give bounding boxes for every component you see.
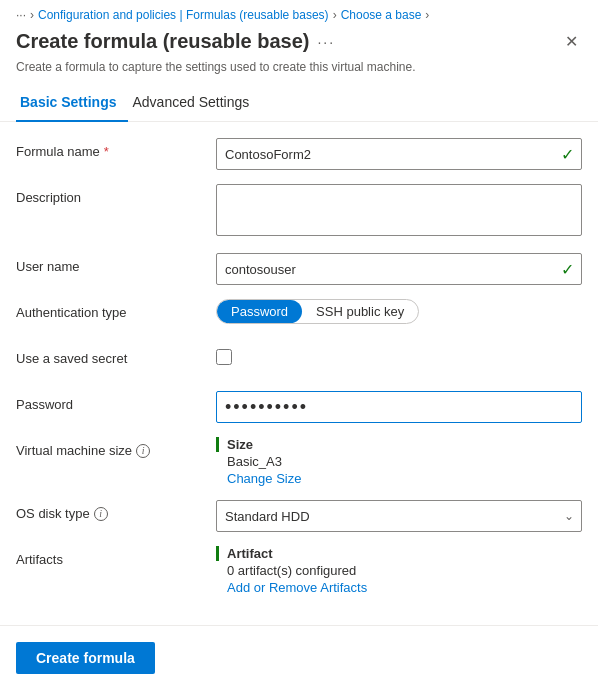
saved-secret-control xyxy=(216,345,582,365)
auth-type-control: Password SSH public key xyxy=(216,299,582,324)
artifacts-label: Artifacts xyxy=(16,546,216,567)
artifacts-link[interactable]: Add or Remove Artifacts xyxy=(216,580,582,595)
user-name-label: User name xyxy=(16,253,216,274)
auth-password-button[interactable]: Password xyxy=(217,300,302,323)
vm-size-change-link[interactable]: Change Size xyxy=(216,471,582,486)
formula-name-control: ✓ xyxy=(216,138,582,170)
auth-ssh-button[interactable]: SSH public key xyxy=(302,300,418,323)
artifacts-block: Artifact 0 artifact(s) configured Add or… xyxy=(216,546,582,595)
formula-name-check-icon: ✓ xyxy=(561,145,574,164)
user-name-control: ✓ xyxy=(216,253,582,285)
os-disk-type-select[interactable]: Standard HDD Premium SSD Standard SSD xyxy=(216,500,582,532)
vm-size-section-label: Size xyxy=(216,437,582,452)
required-indicator: * xyxy=(104,144,109,159)
breadcrumb: ··· › Configuration and policies | Formu… xyxy=(0,0,598,26)
artifacts-row: Artifacts Artifact 0 artifact(s) configu… xyxy=(16,546,582,595)
vm-size-block: Size Basic_A3 Change Size xyxy=(216,437,582,486)
page-title: Create formula (reusable base) xyxy=(16,30,309,53)
tab-advanced-settings[interactable]: Advanced Settings xyxy=(128,86,261,122)
saved-secret-label: Use a saved secret xyxy=(16,345,216,366)
os-disk-type-row: OS disk type i Standard HDD Premium SSD … xyxy=(16,500,582,532)
description-label: Description xyxy=(16,184,216,205)
form-body: Formula name * ✓ Description User name ✓ xyxy=(0,122,598,625)
breadcrumb-link-1[interactable]: Configuration and policies | Formulas (r… xyxy=(38,8,329,22)
create-formula-button[interactable]: Create formula xyxy=(16,642,155,674)
saved-secret-checkbox[interactable] xyxy=(216,349,232,365)
auth-type-toggle: Password SSH public key xyxy=(216,299,419,324)
page-header: Create formula (reusable base) ··· ✕ xyxy=(0,26,598,58)
tab-basic-settings[interactable]: Basic Settings xyxy=(16,86,128,122)
password-label: Password xyxy=(16,391,216,412)
header-left: Create formula (reusable base) ··· xyxy=(16,30,335,53)
description-control xyxy=(216,184,582,239)
auth-type-label: Authentication type xyxy=(16,299,216,320)
password-row: Password xyxy=(16,391,582,423)
breadcrumb-sep2: › xyxy=(333,8,337,22)
formula-name-label: Formula name * xyxy=(16,138,216,159)
saved-secret-row: Use a saved secret xyxy=(16,345,582,377)
tab-bar: Basic Settings Advanced Settings xyxy=(0,86,598,122)
form-footer: Create formula xyxy=(0,634,598,678)
formula-name-input[interactable] xyxy=(216,138,582,170)
breadcrumb-sep3: › xyxy=(425,8,429,22)
os-disk-type-label: OS disk type i xyxy=(16,500,216,521)
vm-size-info-icon[interactable]: i xyxy=(136,444,150,458)
description-row: Description xyxy=(16,184,582,239)
header-more-options[interactable]: ··· xyxy=(317,34,335,50)
password-input[interactable] xyxy=(216,391,582,423)
vm-size-value: Basic_A3 xyxy=(216,454,582,469)
os-disk-type-select-wrap: Standard HDD Premium SSD Standard SSD ⌄ xyxy=(216,500,582,532)
vm-size-control: Size Basic_A3 Change Size xyxy=(216,437,582,486)
footer-divider xyxy=(0,625,598,626)
saved-secret-checkbox-wrap xyxy=(216,345,582,365)
page-subtitle: Create a formula to capture the settings… xyxy=(0,58,598,86)
vm-size-label: Virtual machine size i xyxy=(16,437,216,458)
breadcrumb-sep1: › xyxy=(30,8,34,22)
user-name-row: User name ✓ xyxy=(16,253,582,285)
breadcrumb-link-2[interactable]: Choose a base xyxy=(341,8,422,22)
breadcrumb-dots: ··· xyxy=(16,8,26,22)
artifacts-section-label: Artifact xyxy=(216,546,582,561)
vm-size-row: Virtual machine size i Size Basic_A3 Cha… xyxy=(16,437,582,486)
os-disk-type-control: Standard HDD Premium SSD Standard SSD ⌄ xyxy=(216,500,582,532)
artifacts-count: 0 artifact(s) configured xyxy=(216,563,582,578)
os-disk-info-icon[interactable]: i xyxy=(94,507,108,521)
artifacts-control: Artifact 0 artifact(s) configured Add or… xyxy=(216,546,582,595)
close-button[interactable]: ✕ xyxy=(561,30,582,54)
auth-type-row: Authentication type Password SSH public … xyxy=(16,299,582,331)
formula-name-input-wrap: ✓ xyxy=(216,138,582,170)
password-control xyxy=(216,391,582,423)
user-name-input-wrap: ✓ xyxy=(216,253,582,285)
formula-name-row: Formula name * ✓ xyxy=(16,138,582,170)
user-name-check-icon: ✓ xyxy=(561,260,574,279)
description-input[interactable] xyxy=(216,184,582,236)
user-name-input[interactable] xyxy=(216,253,582,285)
